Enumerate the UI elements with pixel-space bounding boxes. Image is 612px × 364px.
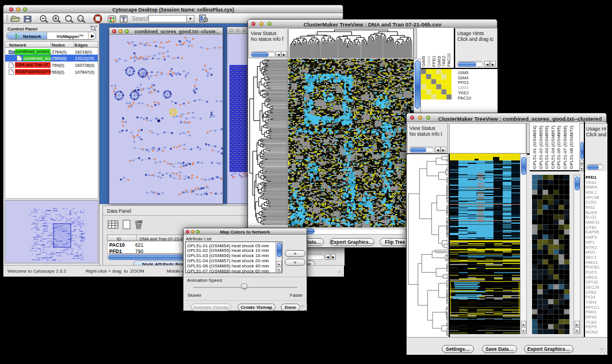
svg-text:1:1: 1:1	[78, 17, 83, 21]
